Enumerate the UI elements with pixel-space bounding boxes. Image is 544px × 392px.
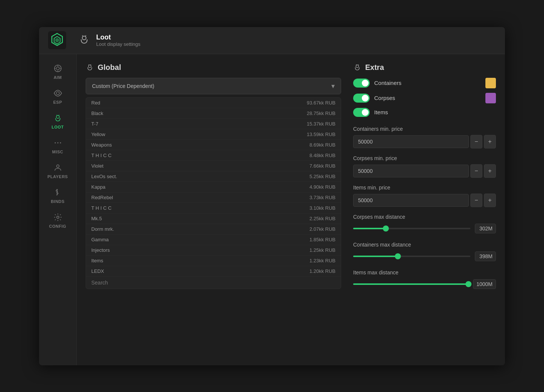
misc-icon <box>53 138 62 147</box>
sidebar-item-config[interactable]: CONFIG <box>43 209 73 232</box>
table-row[interactable]: Items 1.23kk RUB <box>86 256 341 266</box>
items-distance-track[interactable] <box>353 283 468 285</box>
svg-point-11 <box>56 115 59 118</box>
sidebar-item-loot[interactable]: LOOT <box>43 110 73 133</box>
items-min-price-section: Items min. price − + <box>353 185 496 207</box>
table-row[interactable]: Red 93.67kk RUB <box>86 98 341 108</box>
item-list: Red 93.67kk RUB Black 28.75kk RUB T-7 15… <box>86 97 341 289</box>
svg-point-18 <box>57 216 59 218</box>
items-min-price-increase[interactable]: + <box>484 194 496 207</box>
corpses-label: Corpses <box>374 95 481 101</box>
corpses-toggle[interactable] <box>353 94 370 103</box>
containers-min-price-section: Containers min. price − + <box>353 126 496 148</box>
containers-distance-label: Containers max distance <box>353 242 496 248</box>
containers-min-price-row: − + <box>353 135 496 148</box>
svg-point-16 <box>60 142 61 143</box>
header-subtitle: Loot display settings <box>96 41 141 47</box>
sidebar-label-aim: AIM <box>54 75 62 80</box>
sidebar-item-binds[interactable]: BINDS <box>43 184 73 207</box>
containers-distance-track[interactable] <box>353 256 470 257</box>
table-row[interactable]: LEDX 1.20kk RUB <box>86 266 341 277</box>
sidebar-item-misc[interactable]: MISC <box>43 135 73 158</box>
table-row[interactable]: T H I C C 3.10kk RUB <box>86 203 341 213</box>
global-section-header: Global <box>86 63 341 72</box>
loot-icon <box>53 114 62 123</box>
table-row[interactable]: LexOs sect. 5.25kk RUB <box>86 171 341 182</box>
corpses-toggle-row: Corpses <box>353 93 496 103</box>
aim-icon <box>53 64 62 73</box>
svg-point-14 <box>54 142 56 143</box>
corpses-min-price-row: − + <box>353 164 496 178</box>
containers-color-swatch[interactable] <box>485 78 496 88</box>
corpses-min-price-label: Corpses min. price <box>353 155 496 161</box>
corpses-min-price-section: Corpses min. price − + <box>353 155 496 178</box>
global-bag-icon <box>86 63 94 71</box>
sidebar-label-misc: MISC <box>52 150 63 154</box>
preset-dropdown[interactable]: Custom (Price Dependent) ▾ <box>86 78 341 94</box>
corpses-min-price-increase[interactable]: + <box>484 164 496 178</box>
app-logo <box>48 31 66 49</box>
items-toggle[interactable] <box>353 108 370 117</box>
table-row[interactable]: Injectors 1.25kk RUB <box>86 245 341 256</box>
table-row[interactable]: T-7 15.37kk RUB <box>86 119 341 129</box>
sidebar-item-aim[interactable]: AIM <box>43 60 73 83</box>
svg-point-5 <box>56 67 59 70</box>
table-row[interactable]: RedRebel 3.73kk RUB <box>86 192 341 203</box>
items-min-price-row: − + <box>353 194 496 207</box>
svg-point-10 <box>56 92 59 95</box>
items-distance-slider-row: 1000M <box>353 279 496 289</box>
containers-min-price-decrease[interactable]: − <box>470 135 482 148</box>
app-header: Loot Loot display settings <box>39 27 505 54</box>
extra-bag-icon <box>353 63 361 71</box>
containers-distance-section: Containers max distance 398M <box>353 242 496 261</box>
sidebar-item-players[interactable]: PLAYERS <box>43 159 73 183</box>
items-distance-value: 1000M <box>473 279 496 289</box>
dropdown-value: Custom (Price Dependent) <box>92 83 154 89</box>
items-min-price-label: Items min. price <box>353 185 496 191</box>
sidebar-label-config: CONFIG <box>49 224 66 229</box>
table-row[interactable]: Gamma 1.85kk RUB <box>86 235 341 245</box>
containers-min-price-input[interactable] <box>353 135 469 148</box>
corpses-distance-section: Corpses max distance 302M <box>353 214 496 233</box>
containers-min-price-increase[interactable]: + <box>484 135 496 148</box>
search-row[interactable] <box>86 277 341 289</box>
table-row[interactable]: Mk.5 2.25kk RUB <box>86 213 341 224</box>
corpses-min-price-input[interactable] <box>353 165 469 177</box>
global-panel: Global Custom (Price Dependent) ▾ Red 93… <box>86 63 341 356</box>
containers-min-price-label: Containers min. price <box>353 126 496 132</box>
global-title: Global <box>98 63 121 72</box>
sidebar-label-loot: LOOT <box>51 125 64 129</box>
items-min-price-input[interactable] <box>353 194 469 207</box>
table-row[interactable]: Dorm mrk. 2.07kk RUB <box>86 224 341 235</box>
table-row[interactable]: Yellow 13.59kk RUB <box>86 129 341 140</box>
table-row[interactable]: Violet 7.66kk RUB <box>86 161 341 171</box>
search-input[interactable] <box>86 277 341 289</box>
binds-icon <box>53 188 62 197</box>
svg-line-3 <box>85 35 86 36</box>
svg-point-17 <box>56 165 59 167</box>
corpses-distance-value: 302M <box>475 224 496 233</box>
loot-header-icon <box>78 34 90 46</box>
table-row[interactable]: T H I C C 8.48kk RUB <box>86 150 341 161</box>
corpses-min-price-decrease[interactable]: − <box>470 164 482 178</box>
sidebar-label-binds: BINDS <box>51 199 65 204</box>
content-area: Global Custom (Price Dependent) ▾ Red 93… <box>77 54 505 365</box>
svg-point-1 <box>82 36 86 40</box>
svg-point-22 <box>356 65 358 68</box>
corpses-color-swatch[interactable] <box>485 93 496 103</box>
table-row[interactable]: Black 28.75kk RUB <box>86 108 341 119</box>
containers-toggle[interactable] <box>353 79 370 88</box>
svg-point-19 <box>88 65 91 68</box>
players-icon <box>53 163 62 172</box>
table-row[interactable]: Weapons 8.69kk RUB <box>86 140 341 150</box>
svg-line-2 <box>82 35 83 36</box>
sidebar-label-esp: ESP <box>53 100 62 104</box>
items-toggle-row: Items <box>353 108 496 117</box>
config-icon <box>53 213 62 222</box>
sidebar-item-esp[interactable]: ESP <box>43 85 73 108</box>
corpses-distance-track[interactable] <box>353 228 470 229</box>
items-distance-section: Items max distance 1000M <box>353 269 496 289</box>
svg-point-15 <box>57 142 58 143</box>
table-row[interactable]: Kappa 4.90kk RUB <box>86 182 341 192</box>
items-min-price-decrease[interactable]: − <box>470 194 482 207</box>
